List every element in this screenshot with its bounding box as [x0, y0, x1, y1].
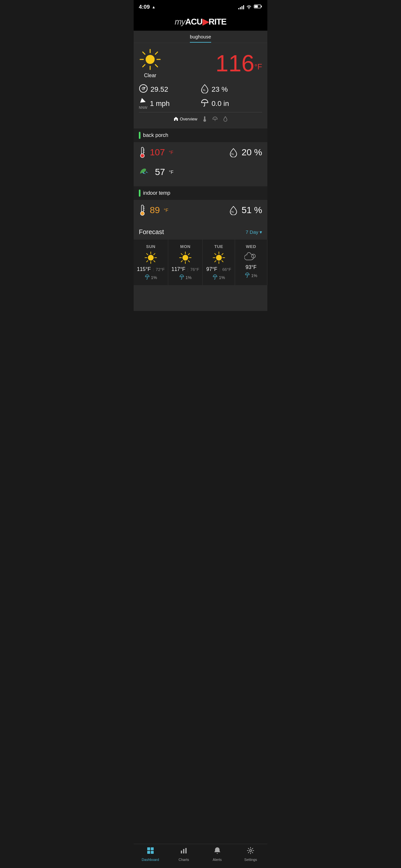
svg-point-18: [204, 119, 206, 122]
leaf-drop-icon: [139, 166, 151, 178]
forecast-scroll[interactable]: SUN 115°F | 72°F: [134, 240, 267, 285]
gear-icon: [247, 847, 254, 857]
forecast-precip: 1%: [145, 274, 157, 281]
overview-tab-umbrella[interactable]: [212, 116, 218, 121]
wind-row: ◀ NNW 1 mph: [139, 98, 198, 110]
svg-point-24: [141, 154, 144, 158]
svg-point-11: [146, 55, 155, 64]
svg-line-10: [143, 65, 145, 67]
umbrella-small-icon: [212, 116, 218, 121]
overview-tab-drop[interactable]: [223, 116, 227, 122]
forecast-header: Forecast 7 Day ▾: [134, 224, 267, 240]
wifi-icon: [246, 4, 252, 10]
back-porch-temp-unit: °F: [169, 150, 174, 155]
nav-dashboard[interactable]: Dashboard: [134, 847, 167, 862]
forecast-day-name: TUE: [214, 244, 223, 249]
svg-line-7: [143, 52, 145, 54]
overview-tab-home[interactable]: Overview: [174, 116, 197, 121]
precip-umbrella-icon: [245, 272, 250, 279]
indoor-temp-section: 89°F % 51 %: [134, 200, 267, 224]
thermometer-icon: [203, 116, 207, 122]
indoor-humidity-icon: %: [229, 206, 238, 215]
temp-value: 116: [216, 51, 254, 76]
svg-rect-2: [255, 5, 258, 8]
section-indicator-back-porch: [139, 132, 141, 139]
forecast-cloud-icon: [244, 251, 258, 262]
section-indicator-indoor: [139, 190, 141, 197]
overview-tabs: Overview: [139, 112, 262, 123]
location-tab[interactable]: bughouse: [134, 31, 267, 43]
barometer-icon: [139, 84, 148, 93]
wind-arrow-icon: ◀: [140, 97, 147, 106]
precipitation-row: 0.0 in: [201, 98, 259, 110]
main-temperature: 116°F: [216, 52, 262, 75]
precip-umbrella-icon: [179, 274, 184, 281]
forecast-temps: 97°F | 66°F: [206, 267, 231, 272]
pressure-row: 29.52: [139, 84, 198, 95]
nav-charts[interactable]: Charts: [167, 847, 201, 862]
signal-bars-icon: [238, 5, 244, 9]
nav-alerts-label: Alerts: [213, 858, 222, 862]
svg-point-30: [141, 212, 144, 215]
back-porch-name: back porch: [143, 132, 168, 138]
svg-line-47: [188, 260, 189, 262]
charts-icon: [180, 847, 188, 857]
nav-charts-label: Charts: [179, 858, 189, 862]
forecast-day-name: MON: [180, 244, 190, 249]
svg-rect-20: [142, 147, 143, 154]
chevron-down-icon: ▾: [259, 229, 262, 235]
back-porch-temp: 107: [150, 147, 165, 158]
bottom-nav: Dashboard Charts Alerts Settings: [134, 844, 267, 868]
umbrella-svg: [201, 98, 209, 107]
app-header: myACU▶RITE: [134, 14, 267, 31]
forecast-days-selector[interactable]: 7 Day ▾: [246, 229, 262, 235]
humidity-large-icon: %: [229, 148, 238, 157]
precip-umbrella-icon: [145, 274, 150, 281]
weather-icon-area: Clear: [139, 48, 161, 79]
indoor-humidity-value: 51 %: [242, 205, 262, 215]
nav-alerts[interactable]: Alerts: [201, 847, 234, 862]
back-porch-dewpoint: 57: [155, 167, 165, 177]
indoor-temp-row: 89°F: [139, 205, 168, 216]
svg-line-39: [147, 260, 148, 262]
logo-arrow: ▶: [203, 17, 209, 27]
svg-line-48: [188, 253, 189, 255]
forecast-temps: 117°F | 76°F: [172, 267, 199, 272]
weather-main: Clear 116°F: [139, 48, 262, 79]
logo-my: my: [175, 17, 185, 27]
precipitation-value: 0.0 in: [212, 99, 229, 108]
nav-settings[interactable]: Settings: [234, 847, 268, 862]
overview-tab-temp[interactable]: [203, 116, 207, 122]
app-logo: myACU▶RITE: [134, 17, 267, 27]
svg-rect-67: [151, 851, 154, 854]
svg-line-46: [181, 253, 182, 255]
forecast-precip: 1%: [179, 274, 192, 281]
svg-rect-65: [151, 847, 154, 850]
overview-label: Overview: [180, 117, 197, 121]
logo-acu: ACU: [185, 17, 203, 27]
back-porch-section: 107°F % 20 % 57°F: [134, 142, 267, 186]
svg-line-59: [215, 260, 216, 262]
sun-svg: [139, 48, 161, 71]
svg-rect-64: [147, 847, 150, 850]
indoor-temp-header: indoor temp: [134, 186, 267, 200]
humidity-icon: %: [201, 84, 209, 95]
dashboard-icon: [147, 847, 154, 857]
forecast-precip: 1%: [212, 274, 225, 281]
bell-icon: [214, 847, 221, 857]
svg-rect-70: [185, 848, 187, 854]
status-time: 4:09 ▲: [139, 4, 156, 10]
forecast-high: 93°F: [246, 265, 257, 270]
back-porch-temp-row: 107°F: [139, 147, 174, 158]
humidity-value: 23 %: [212, 85, 227, 94]
forecast-precip: 1%: [245, 272, 257, 279]
svg-line-36: [147, 253, 148, 255]
drop-small-icon: [223, 116, 227, 122]
svg-line-37: [154, 260, 155, 262]
indoor-temp-name: indoor temp: [143, 190, 171, 196]
pressure-value: 29.52: [150, 85, 168, 94]
dewpoint-icon: [139, 166, 151, 176]
thermometer-large-icon: [139, 147, 146, 158]
svg-line-9: [155, 52, 158, 54]
location-label: bughouse: [190, 34, 211, 42]
